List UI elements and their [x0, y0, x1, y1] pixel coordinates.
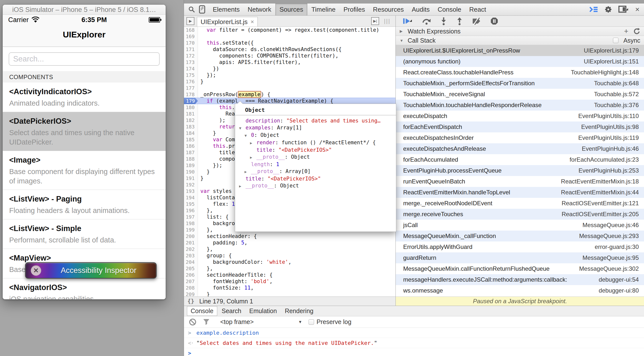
- call-stack-frame[interactable]: UIExplorerList.$UIExplorerList_onPressRo…: [396, 45, 644, 56]
- call-stack-frame[interactable]: TouchableMixin._performSideEffectsForTra…: [396, 78, 644, 89]
- object-tree-row[interactable]: ▶__proto__: Array[0]: [235, 168, 396, 175]
- frame-location[interactable]: EventPluginUtils.js:119: [573, 134, 639, 141]
- line-number[interactable]: 188: [184, 156, 198, 162]
- console-drawer-icon[interactable]: [589, 6, 598, 13]
- line-number[interactable]: 176: [184, 78, 198, 85]
- devtools-tab[interactable]: Network: [244, 3, 275, 15]
- line-number[interactable]: 197: [184, 214, 198, 220]
- line-number[interactable]: 184: [184, 130, 198, 136]
- console-tab[interactable]: Console: [187, 306, 217, 316]
- frame-location[interactable]: error-guard.js:30: [590, 243, 639, 250]
- line-number[interactable]: 201: [184, 239, 198, 246]
- line-number[interactable]: 178: [184, 91, 198, 98]
- console-tab[interactable]: Rendering: [281, 306, 317, 316]
- devtools-tab[interactable]: Resources: [369, 3, 408, 15]
- call-stack-frame[interactable]: MessageQueueMixin._callFunction MessageQ…: [396, 231, 644, 241]
- chevron-right-icon[interactable]: ▶: [400, 29, 405, 33]
- frame-location[interactable]: EventPluginUtils.js:98: [576, 124, 639, 130]
- line-number[interactable]: 195: [184, 201, 198, 207]
- show-navigator-icon[interactable]: ▶: [186, 17, 194, 25]
- list-item[interactable]: <ActivityIndicatorIOS> Animated loading …: [3, 83, 166, 112]
- line-number[interactable]: 174: [184, 65, 198, 72]
- object-tree-row[interactable]: description: "Select dates and times usi…: [235, 117, 396, 124]
- preserve-log[interactable]: Preserve log: [308, 318, 351, 326]
- line-number[interactable]: 199: [184, 227, 198, 233]
- clear-console-icon[interactable]: [189, 318, 196, 326]
- line-number[interactable]: 177: [184, 85, 198, 91]
- line-number[interactable]: 207: [184, 278, 198, 285]
- pause-on-exceptions-icon[interactable]: [490, 17, 498, 25]
- search-input[interactable]: Search...: [9, 52, 160, 66]
- console-tab[interactable]: Emulation: [246, 306, 280, 316]
- frame-location[interactable]: Touchable.js:648: [589, 80, 639, 87]
- frame-location[interactable]: ReactIOSEventEmitter.js:205: [556, 211, 639, 218]
- object-tree-row[interactable]: ▼examples: Array[1]: [235, 124, 396, 132]
- line-number[interactable]: 171: [184, 46, 198, 53]
- device-mode-icon[interactable]: [199, 5, 205, 14]
- tab-close-icon[interactable]: ×: [250, 18, 254, 25]
- line-number[interactable]: 179: [184, 98, 198, 104]
- console-log[interactable]: > example.description <· "Select dates a…: [184, 328, 644, 356]
- call-stack-frame[interactable]: ws.onmessage debugger-ui:80: [396, 285, 644, 296]
- line-number[interactable]: 204: [184, 259, 198, 265]
- line-number[interactable]: 183: [184, 124, 198, 130]
- frame-location[interactable]: EventPluginHub.js:253: [574, 167, 639, 174]
- call-stack-frame[interactable]: guardReturn MessageQueue.js:95: [396, 252, 644, 263]
- line-number[interactable]: 169: [184, 33, 198, 40]
- call-stack-frame[interactable]: executeDispatchesAndRelease EventPluginH…: [396, 143, 644, 154]
- line-number[interactable]: 208: [184, 285, 198, 291]
- gear-icon[interactable]: [604, 5, 612, 14]
- file-tab[interactable]: UIExplorerList.js ×: [197, 17, 258, 26]
- list-item[interactable]: <ListView> - Simple Performant, scrollab…: [3, 219, 166, 249]
- devtools-tab[interactable]: Audits: [408, 3, 434, 15]
- object-tree-row[interactable]: title: "<DatePickerIOS>": [235, 175, 396, 182]
- list-item[interactable]: <ListView> - Paging Floating headers & l…: [3, 190, 166, 219]
- frame-location[interactable]: TouchableHighlight.js:148: [566, 69, 639, 76]
- frame-location[interactable]: MessageQueue.js:46: [578, 222, 639, 229]
- call-stack-frame[interactable]: TouchableMixin._receiveSignal Touchable.…: [396, 89, 644, 100]
- object-tree-row[interactable]: ▶__proto__: Object: [235, 182, 396, 190]
- filter-icon[interactable]: [203, 319, 210, 325]
- deactivate-breakpoints-icon[interactable]: [472, 17, 482, 25]
- call-stack-frame[interactable]: runEventQueueInBatch ReactEventEmitterMi…: [396, 176, 644, 187]
- async-checkbox[interactable]: [613, 38, 618, 43]
- frame-location[interactable]: EventPluginUtils.js:110: [573, 113, 639, 120]
- line-number[interactable]: 168: [184, 27, 198, 33]
- devtools-tab[interactable]: Console: [434, 3, 465, 15]
- object-tree-row[interactable]: title: "<DatePickerIOS>": [235, 147, 396, 154]
- add-watch-icon[interactable]: +: [624, 29, 628, 34]
- line-number[interactable]: 173: [184, 59, 198, 65]
- line-number[interactable]: 196: [184, 207, 198, 214]
- frame-location[interactable]: debugger-ui:80: [594, 287, 639, 294]
- object-tree-row[interactable]: ▶render: function () /*ReactElement*/ {: [235, 139, 396, 147]
- line-number[interactable]: 182: [184, 117, 198, 124]
- frame-location[interactable]: forEachAccumulated.js:23: [564, 156, 639, 163]
- devtools-tab[interactable]: Timeline: [307, 3, 340, 15]
- frame-location[interactable]: Touchable.js:376: [589, 102, 639, 109]
- console-tab[interactable]: Search: [218, 306, 245, 316]
- frame-location[interactable]: Touchable.js:572: [589, 91, 639, 98]
- line-number[interactable]: 181: [184, 111, 198, 117]
- frame-context-select[interactable]: <top frame> ▼: [220, 318, 302, 326]
- line-number[interactable]: 185: [184, 136, 198, 143]
- close-icon[interactable]: ×: [635, 6, 640, 13]
- call-stack-frame[interactable]: MessageQueueMixin.callFunctionReturnFlus…: [396, 263, 644, 274]
- step-over-icon[interactable]: [422, 17, 431, 25]
- devtools-tab[interactable]: Sources: [275, 3, 307, 15]
- inspect-element-icon[interactable]: [188, 6, 196, 13]
- call-stack-frame[interactable]: executeDispatch EventPluginUtils.js:110: [396, 111, 644, 122]
- expand-panel-icon[interactable]: ▶|: [371, 17, 379, 25]
- call-stack-frame[interactable]: merge._receiveRootNodeIDEvent ReactIOSEv…: [396, 198, 644, 209]
- line-number[interactable]: 180: [184, 104, 198, 111]
- line-number[interactable]: 187: [184, 149, 198, 156]
- call-stack-frame[interactable]: forEachEventDispatch EventPluginUtils.js…: [396, 122, 644, 132]
- call-stack-frame[interactable]: ErrorUtils.applyWithGuard error-guard.js…: [396, 241, 644, 252]
- line-number[interactable]: 209: [184, 291, 198, 297]
- object-tree-row[interactable]: ▼0: Object: [235, 132, 396, 139]
- call-stack-frame[interactable]: React.createClass.touchableHandlePress T…: [396, 67, 644, 78]
- frame-location[interactable]: ReactEventEmitterMixin.js:18: [556, 178, 639, 185]
- line-number[interactable]: 170: [184, 40, 198, 46]
- refresh-icon[interactable]: [633, 28, 640, 35]
- call-stack-frame[interactable]: merge.receiveTouches ReactIOSEventEmitte…: [396, 209, 644, 220]
- call-stack-frame[interactable]: TouchableMixin.touchableHandleResponderR…: [396, 100, 644, 111]
